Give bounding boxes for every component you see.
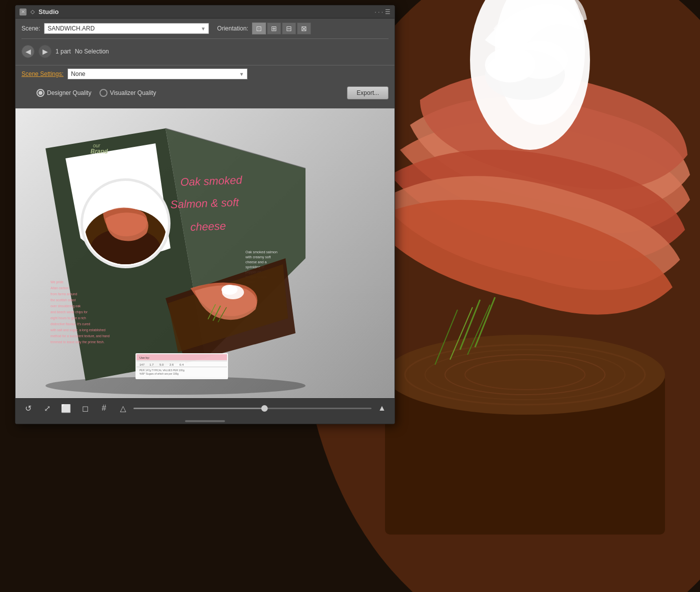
orient-btn-2[interactable]: ⊞ xyxy=(267,22,281,34)
svg-text:Oak smoked: Oak smoked xyxy=(180,174,242,188)
scene-settings-link[interactable]: Scene Settings: xyxy=(22,70,64,77)
scene-row: Scene: SANDWICH.ARD ▼ Orientation: ⊡ ⊞ ⊟… xyxy=(22,22,388,34)
zoom-slider-container: △ ▲ xyxy=(116,402,388,415)
divider-1 xyxy=(22,38,388,39)
svg-text:0.4: 0.4 xyxy=(180,363,184,366)
preview-area: our Brand Oak smoked Salmon & soft chees… xyxy=(16,108,394,398)
export-button[interactable]: Export... xyxy=(347,86,388,99)
cube-button[interactable]: ◻ xyxy=(78,402,92,415)
settings-row: Scene Settings: None ▼ xyxy=(22,68,388,79)
designer-quality-label: Designer Quality xyxy=(47,89,92,96)
visualizer-quality-radio[interactable] xyxy=(100,89,108,97)
visualizer-quality-label: Visualizer Quality xyxy=(110,89,156,96)
svg-text:Atlan carbon: Atlan carbon xyxy=(50,286,69,290)
studio-panel: ✕ ◇ Studio · · · ☰ Scene: SANDWICH.ARD ▼… xyxy=(15,5,395,424)
zoom-slider[interactable] xyxy=(134,408,372,409)
svg-text:PER 147g TYPICAL VALUES PER 10: PER 147g TYPICAL VALUES PER 100g xyxy=(140,369,184,372)
menu-icon[interactable]: ☰ xyxy=(385,8,390,15)
zoom-out-icon[interactable]: △ xyxy=(116,402,130,415)
parts-text: 1 part xyxy=(56,48,71,55)
divider-2 xyxy=(16,65,394,65)
panel-title: Studio xyxy=(38,8,58,15)
slider-thumb[interactable] xyxy=(261,405,268,412)
svg-text:with salt and sugar, a long es: with salt and sugar, a long established xyxy=(50,328,106,332)
svg-text:5.0: 5.0 xyxy=(160,363,164,366)
orient-btn-3[interactable]: ⊟ xyxy=(282,22,296,34)
grid-button[interactable]: # xyxy=(98,402,110,415)
orient-btn-4[interactable]: ⊠ xyxy=(297,22,311,34)
scene-select[interactable]: SANDWICH.ARD ▼ xyxy=(44,23,209,34)
title-bar-right: · · · ☰ xyxy=(374,8,390,15)
play-button[interactable]: ▶ xyxy=(38,45,52,58)
svg-text:Salmon & soft: Salmon & soft xyxy=(170,196,240,211)
close-button[interactable]: ✕ xyxy=(20,8,26,15)
svg-text:Brand: Brand xyxy=(90,148,108,155)
package-preview: our Brand Oak smoked Salmon & soft chees… xyxy=(16,108,366,398)
title-bar: ✕ ◇ Studio · · · ☰ xyxy=(16,5,394,18)
svg-text:over shouldering oak: over shouldering oak xyxy=(50,304,81,308)
svg-point-49 xyxy=(222,285,238,295)
svg-rect-54 xyxy=(136,354,227,360)
orient-btn-1[interactable]: ⊡ xyxy=(252,22,266,34)
settings-value: None xyxy=(71,70,86,77)
fullscreen-button[interactable]: ⤢ xyxy=(40,402,54,415)
scene-dropdown-arrow: ▼ xyxy=(200,26,206,31)
designer-quality-radio[interactable] xyxy=(36,89,44,97)
scroll-indicator[interactable] xyxy=(185,420,225,422)
svg-text:cheese: cheese xyxy=(190,220,226,233)
scene-value: SANDWICH.ARD xyxy=(48,25,94,32)
refresh-button[interactable]: ↺ xyxy=(22,402,34,415)
svg-text:the scottish coast: the scottish coast xyxy=(50,298,76,302)
svg-text:We pride: We pride xyxy=(50,280,64,284)
svg-point-19 xyxy=(46,377,306,395)
svg-point-4 xyxy=(385,335,665,415)
svg-text:cheese and a: cheese and a xyxy=(246,260,266,264)
svg-text:method for a succulent texture: method for a succulent texture, and hand xyxy=(50,334,110,338)
svg-text:eight hours to give a rich: eight hours to give a rich xyxy=(50,316,86,320)
part-row: ◀ ▶ 1 part No Selection xyxy=(22,43,388,60)
title-bar-left: ✕ ◇ Studio xyxy=(20,8,58,15)
svg-text:with creamy soft: with creamy soft xyxy=(245,255,271,259)
zoom-in-icon[interactable]: ▲ xyxy=(376,402,388,415)
scene-label: Scene: xyxy=(22,25,40,32)
box-button[interactable]: ⬜ xyxy=(60,402,72,415)
back-button[interactable]: ◀ xyxy=(22,45,34,58)
svg-text:distinctive flavour. It's cure: distinctive flavour. It's cured xyxy=(50,322,90,326)
svg-rect-56 xyxy=(136,361,227,361)
svg-text:2.6: 2.6 xyxy=(170,363,174,366)
svg-point-13 xyxy=(512,41,568,79)
svg-text:and beech wood chips for: and beech wood chips for xyxy=(50,310,88,314)
svg-text:Oak smoked salmon: Oak smoked salmon xyxy=(246,250,278,254)
svg-text:1.7: 1.7 xyxy=(150,363,154,366)
slider-fill xyxy=(134,408,264,409)
designer-quality-option[interactable]: Designer Quality xyxy=(36,89,92,97)
svg-text:%RI* Sugars of which are per 1: %RI* Sugars of which are per 100g xyxy=(140,372,178,375)
svg-rect-62 xyxy=(136,367,227,367)
settings-dropdown-arrow: ▼ xyxy=(239,71,244,77)
visualizer-quality-option[interactable]: Visualizer Quality xyxy=(100,89,156,97)
selection-text: No Selection xyxy=(75,48,109,55)
svg-text:Use by:: Use by: xyxy=(140,356,150,359)
bottom-toolbar: ↺ ⤢ ⬜ ◻ # △ ▲ xyxy=(16,398,394,418)
expand-arrow: ◇ xyxy=(30,8,34,15)
dots-icon: · · · xyxy=(374,8,383,15)
svg-text:trimmed to leave only the prim: trimmed to leave only the prime flesh. xyxy=(50,340,104,344)
settings-select[interactable]: None ▼ xyxy=(68,68,248,79)
quality-row: Designer Quality Visualizer Quality Expo… xyxy=(22,84,388,101)
svg-text:147: 147 xyxy=(140,363,145,366)
radio-inner-selected xyxy=(38,91,42,95)
panel-content: Scene: SANDWICH.ARD ▼ Orientation: ⊡ ⊞ ⊟… xyxy=(16,18,394,105)
svg-text:from farms around: from farms around xyxy=(50,292,77,296)
scroll-indicator-bar xyxy=(16,418,394,424)
orientation-label: Orientation: xyxy=(217,25,248,32)
orientation-buttons: ⊡ ⊞ ⊟ ⊠ xyxy=(252,22,311,34)
